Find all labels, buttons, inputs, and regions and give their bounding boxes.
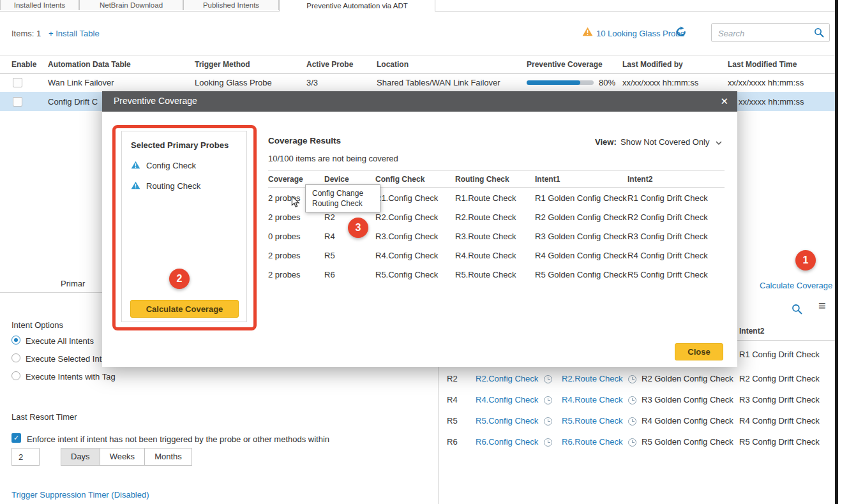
cell-intent1: R2 Golden Config Check xyxy=(642,374,733,383)
row-checkbox[interactable] xyxy=(13,97,22,107)
route-check-link[interactable]: R2.Route Check xyxy=(562,374,622,383)
cursor-pointer-icon xyxy=(291,196,300,211)
annotation-step-1: 1 xyxy=(795,250,816,271)
table-row[interactable]: Wan Link Failover Looking Glass Probe 3/… xyxy=(0,73,835,93)
probe-item: Config Check xyxy=(146,161,196,170)
clock-icon xyxy=(544,417,552,426)
row-checkbox[interactable] xyxy=(13,78,22,87)
panel-title: Selected Primary Probes xyxy=(131,140,229,150)
results-row[interactable]: 2 probes R2 R2.Config Check R2.Route Che… xyxy=(102,207,737,226)
badge-number: 3 xyxy=(356,222,361,233)
view-dropdown[interactable]: Show Not Covered Only xyxy=(620,137,722,147)
tab-label: NetBrain Download xyxy=(100,1,163,9)
cell-modified-time: xx/xx/xxxx hh:mm:ss xyxy=(728,78,804,87)
cell-adt-name: Wan Link Failover xyxy=(48,78,114,87)
modal-header: Preventive Coverage ✕ xyxy=(102,91,737,112)
res-col-config: Config Check xyxy=(375,175,424,184)
search-icon-small[interactable] xyxy=(792,304,802,317)
calculate-coverage-button[interactable]: Calculate Coverage xyxy=(130,300,239,318)
search-icon[interactable] xyxy=(814,27,824,40)
col-location: Location xyxy=(377,60,409,69)
route-check-link[interactable]: R5.Route Check xyxy=(562,416,622,426)
coverage-progress-fill xyxy=(527,80,580,85)
col-coverage: Preventive Coverage xyxy=(527,60,603,69)
cell-modified-by: xx/xx/xxxx hh:mm:ss xyxy=(622,78,698,87)
config-check-link[interactable]: R2.Config Check xyxy=(476,374,538,383)
col-modified-by: Last Modified by xyxy=(622,60,683,69)
tab-label: Published Intents xyxy=(203,1,259,9)
config-check-link[interactable]: R6.Config Check xyxy=(476,437,538,447)
cell-location: Shared Tables/WAN Link Failover xyxy=(377,78,500,87)
cell-intent1: R2 Golden Config Check xyxy=(535,212,627,222)
clock-icon xyxy=(628,375,636,383)
cell-device: R2 xyxy=(447,374,458,383)
cell-intent2: R5 Config Drift Check xyxy=(627,270,708,279)
cell-routing: R3.Route Check xyxy=(455,232,516,241)
config-check-link[interactable]: R4.Config Check xyxy=(476,395,538,404)
cell-intent2: R2 Config Drift Check xyxy=(739,374,820,383)
tab-preventive-automation[interactable]: Preventive Automation via ADT xyxy=(279,0,435,11)
radio-label-execute-all: Execute All Intents xyxy=(26,336,94,346)
app-screen: Installed Intents NetBrain Download Publ… xyxy=(0,0,849,504)
coverage-results-title: Coverage Results xyxy=(268,136,341,145)
cell-config: R2.Config Check xyxy=(375,212,438,222)
right-table-row[interactable]: R2 R2.Config Check R2.Route Check R2 Gol… xyxy=(0,374,835,390)
col-modified-time: Last Modified Time xyxy=(728,60,797,69)
table-header: Enable Automation Data Table Trigger Met… xyxy=(0,55,835,74)
results-row[interactable]: 0 probes R4 R3.Config Check R3.Route Che… xyxy=(102,226,737,246)
search-input[interactable] xyxy=(717,25,809,41)
config-check-link[interactable]: R5.Config Check xyxy=(476,416,538,426)
tab-label: Installed Intents xyxy=(14,1,66,9)
cell-intent1: R4 Golden Config Check xyxy=(535,251,627,260)
tab-published-intents[interactable]: Published Intents xyxy=(183,0,279,10)
cell-coverage: 2 probes xyxy=(268,270,301,279)
install-table-button[interactable]: + Install Table xyxy=(49,29,100,38)
coverage-progress-track xyxy=(527,80,594,85)
cell-trigger: Looking Glass Probe xyxy=(195,78,272,87)
tab-netbrain-download[interactable]: NetBrain Download xyxy=(79,0,183,10)
refresh-icon[interactable] xyxy=(675,26,687,40)
right-table-row[interactable]: R5 R5.Config Check R5.Route Check R4 Gol… xyxy=(0,416,835,433)
trigger-suppression-link[interactable]: Trigger Suppression Timer (Disabled) xyxy=(11,490,149,500)
cell-coverage-pct: 80% xyxy=(599,78,615,87)
view-value: Show Not Covered Only xyxy=(620,137,709,147)
cell-device: R5 xyxy=(324,251,335,260)
clock-icon xyxy=(628,417,636,426)
cell-intent1: R3 Golden Config Check xyxy=(642,395,733,404)
clock-icon xyxy=(544,375,552,383)
cell-device: R4 xyxy=(324,232,335,241)
route-check-link[interactable]: R6.Route Check xyxy=(562,437,622,447)
tab-primary-probes[interactable]: Primar xyxy=(61,279,85,288)
cell-intent1: R5 Golden Config Check xyxy=(535,270,627,279)
clock-icon xyxy=(628,438,636,447)
results-row[interactable]: 2 probes R1.Config Check R1.Route Check … xyxy=(102,188,737,207)
right-table-row[interactable]: R6 R6.Config Check R6.Route Check R5 Gol… xyxy=(0,437,835,454)
close-button[interactable]: Close xyxy=(675,343,723,360)
looking-glass-probe-link[interactable]: 10 Looking Glass Probe xyxy=(596,29,685,38)
radio-execute-all[interactable] xyxy=(11,336,20,345)
cell-adt-name: Config Drift C xyxy=(48,97,98,107)
right-table-row[interactable]: R4 R4.Config Check R4.Route Check R3 Gol… xyxy=(0,395,835,411)
calculate-coverage-link[interactable]: Calculate Coverage xyxy=(760,281,832,290)
res-col-intent2: Intent2 xyxy=(627,175,652,184)
cell-intent1: R5 Golden Config Check xyxy=(642,437,733,447)
results-row[interactable]: 2 probes R5 R4.Config Check R4.Route Che… xyxy=(102,246,737,265)
tooltip-line: Routing Check xyxy=(312,198,373,209)
cell-config: R5.Config Check xyxy=(375,270,438,279)
clock-icon xyxy=(544,396,552,404)
radio-execute-selected[interactable] xyxy=(11,353,20,362)
col-active-probe: Active Probe xyxy=(306,60,353,69)
warning-icon-blue xyxy=(131,160,140,172)
annotation-step-2: 2 xyxy=(169,269,190,289)
menu-icon[interactable]: ≡ xyxy=(818,299,826,313)
intent-options-title: Intent Options xyxy=(11,320,63,330)
tab-installed-intents[interactable]: Installed Intents xyxy=(0,0,79,10)
cell-coverage: 2 probes xyxy=(268,251,301,260)
clock-icon xyxy=(544,438,552,447)
results-row[interactable]: 2 probes R6 R5.Config Check R5.Route Che… xyxy=(102,265,737,284)
items-count: Items: 1 xyxy=(11,29,41,38)
results-header-top-line xyxy=(268,170,725,171)
route-check-link[interactable]: R4.Route Check xyxy=(562,395,622,404)
cell-intent1: R3 Golden Config Check xyxy=(535,232,627,241)
close-icon[interactable]: ✕ xyxy=(720,96,728,107)
